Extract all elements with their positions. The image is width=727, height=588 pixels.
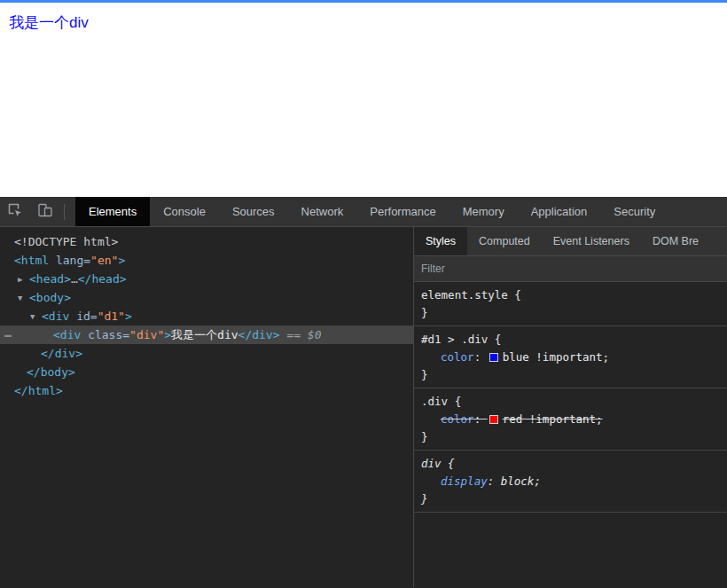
rule-close-brace[interactable]: } xyxy=(414,490,727,508)
devtools-tab-bar: Elements Console Sources Network Perform… xyxy=(75,197,668,226)
css-declaration-display-block[interactable]: display: block; xyxy=(414,473,727,490)
device-toolbar-icon xyxy=(36,201,54,223)
tree-row-head[interactable]: ▶<head>…</head> xyxy=(0,270,413,288)
tab-network[interactable]: Network xyxy=(288,197,357,226)
tab-styles[interactable]: Styles xyxy=(414,227,467,255)
tab-dom-breakpoints[interactable]: DOM Bre xyxy=(641,227,710,255)
rule-selector-line[interactable]: element.style { xyxy=(414,286,727,304)
more-actions-dots-icon[interactable]: … xyxy=(4,324,12,342)
styles-filter-input[interactable] xyxy=(421,263,720,275)
rule-div-class: .div { color: red !important; } xyxy=(414,388,727,451)
tree-row-body-open[interactable]: ▼<body> xyxy=(0,288,413,307)
browser-window: 我是一个div xyxy=(0,0,727,588)
toolbar-separator xyxy=(64,204,65,220)
rule-selector-line[interactable]: div { xyxy=(414,455,727,473)
rule-d1-div: #d1 > .div { color: blue !important; } xyxy=(414,326,727,388)
styles-tab-bar: Styles Computed Event Listeners DOM Bre xyxy=(414,227,727,256)
tab-console[interactable]: Console xyxy=(150,197,219,226)
tree-row-div-d1-close[interactable]: </div> xyxy=(0,344,413,363)
device-toolbar-button[interactable] xyxy=(30,197,60,226)
devtools-toolbar: Elements Console Sources Network Perform… xyxy=(0,197,727,227)
tree-row-doctype[interactable]: <!DOCTYPE html> xyxy=(0,232,413,251)
tree-row-body-close[interactable]: </body> xyxy=(0,363,413,381)
css-declaration-color-red-overridden[interactable]: color: red !important; xyxy=(414,411,727,428)
tab-application[interactable]: Application xyxy=(518,197,601,226)
tab-memory[interactable]: Memory xyxy=(449,197,518,226)
rule-user-agent-div: div { display: block; } xyxy=(414,451,727,513)
tree-row-div-selected[interactable]: … <div class="div">我是一个div</div> == $0 xyxy=(0,325,413,344)
top-border xyxy=(0,0,727,3)
rule-element-style: element.style { } xyxy=(414,282,727,326)
tree-row-html-close[interactable]: </html> xyxy=(0,381,413,400)
styles-filter-bar xyxy=(414,256,727,282)
rule-close-brace[interactable]: } xyxy=(414,428,727,446)
rendered-page: 我是一个div xyxy=(0,0,727,197)
tab-computed[interactable]: Computed xyxy=(467,227,542,255)
tree-row-div-d1-open[interactable]: ▼<div id="d1"> xyxy=(0,307,413,325)
css-rules-list: element.style { } #d1 > .div { color: bl… xyxy=(414,282,727,587)
tab-elements[interactable]: Elements xyxy=(75,197,150,226)
devtools-body: <!DOCTYPE html> <html lang="en"> ▶<head>… xyxy=(0,227,727,587)
tree-row-html-open[interactable]: <html lang="en"> xyxy=(0,251,413,270)
devtools-panel: Elements Console Sources Network Perform… xyxy=(0,197,727,588)
inspect-element-button[interactable] xyxy=(0,197,30,226)
tab-performance[interactable]: Performance xyxy=(356,197,449,226)
elements-tree-pane: <!DOCTYPE html> <html lang="en"> ▶<head>… xyxy=(0,227,414,587)
rule-selector-line[interactable]: .div { xyxy=(414,393,727,411)
css-declaration-color-blue[interactable]: color: blue !important; xyxy=(414,349,727,366)
styles-sidebar: Styles Computed Event Listeners DOM Bre … xyxy=(414,227,727,587)
page-div-text: 我是一个div xyxy=(9,12,727,33)
tab-sources[interactable]: Sources xyxy=(219,197,288,226)
inspect-cursor-icon xyxy=(6,201,24,223)
rule-selector-line[interactable]: #d1 > .div { xyxy=(414,331,727,349)
tab-security[interactable]: Security xyxy=(600,197,668,226)
rule-close-brace[interactable]: } xyxy=(414,304,727,322)
tab-event-listeners[interactable]: Event Listeners xyxy=(542,227,641,255)
rule-close-brace[interactable]: } xyxy=(414,366,727,384)
